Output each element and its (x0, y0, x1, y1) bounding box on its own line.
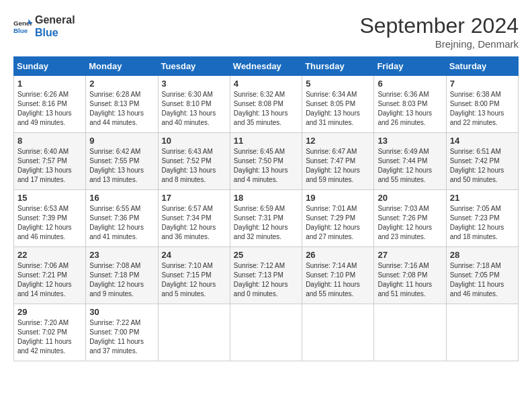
day-number: 28 (450, 250, 515, 260)
day-info: Sunrise: 7:03 AMSunset: 7:26 PMDaylight:… (378, 204, 442, 242)
calendar-cell: 19Sunrise: 7:01 AMSunset: 7:29 PMDayligh… (302, 190, 374, 247)
calendar-cell: 23Sunrise: 7:08 AMSunset: 7:18 PMDayligh… (86, 247, 158, 304)
calendar-cell: 13Sunrise: 6:49 AMSunset: 7:44 PMDayligh… (374, 133, 446, 190)
day-number: 10 (162, 136, 226, 146)
calendar-cell (374, 304, 446, 361)
day-info: Sunrise: 6:53 AMSunset: 7:39 PMDaylight:… (17, 204, 82, 242)
day-number: 20 (378, 193, 442, 203)
calendar-cell: 25Sunrise: 7:12 AMSunset: 7:13 PMDayligh… (230, 247, 302, 304)
day-number: 21 (450, 193, 515, 203)
day-number: 22 (17, 250, 82, 260)
calendar-cell: 14Sunrise: 6:51 AMSunset: 7:42 PMDayligh… (446, 133, 518, 190)
calendar-week-row: 1Sunrise: 6:26 AMSunset: 8:16 PMDaylight… (14, 76, 519, 133)
day-info: Sunrise: 7:06 AMSunset: 7:21 PMDaylight:… (17, 261, 82, 299)
day-number: 14 (450, 136, 515, 146)
calendar-cell: 28Sunrise: 7:18 AMSunset: 7:05 PMDayligh… (446, 247, 518, 304)
day-header-sunday: Sunday (14, 57, 86, 76)
day-number: 23 (89, 250, 154, 260)
calendar-week-row: 29Sunrise: 7:20 AMSunset: 7:02 PMDayligh… (14, 304, 519, 361)
day-number: 1 (17, 79, 82, 89)
calendar-cell: 17Sunrise: 6:57 AMSunset: 7:34 PMDayligh… (158, 190, 230, 247)
calendar-cell: 20Sunrise: 7:03 AMSunset: 7:26 PMDayligh… (374, 190, 446, 247)
calendar-cell: 6Sunrise: 6:36 AMSunset: 8:03 PMDaylight… (374, 76, 446, 133)
month-title: September 2024 (359, 13, 519, 38)
day-number: 19 (306, 193, 370, 203)
calendar-cell: 2Sunrise: 6:28 AMSunset: 8:13 PMDaylight… (86, 76, 158, 133)
logo-blue: Blue (35, 26, 75, 39)
day-number: 7 (450, 79, 515, 89)
page-header: General Blue General Blue September 2024… (13, 13, 519, 50)
day-info: Sunrise: 6:49 AMSunset: 7:44 PMDaylight:… (378, 147, 442, 185)
calendar-cell: 27Sunrise: 7:16 AMSunset: 7:08 PMDayligh… (374, 247, 446, 304)
day-header-saturday: Saturday (446, 57, 518, 76)
calendar-cell: 15Sunrise: 6:53 AMSunset: 7:39 PMDayligh… (14, 190, 86, 247)
calendar-week-row: 22Sunrise: 7:06 AMSunset: 7:21 PMDayligh… (14, 247, 519, 304)
day-info: Sunrise: 7:10 AMSunset: 7:15 PMDaylight:… (162, 261, 226, 299)
day-number: 27 (378, 250, 442, 260)
day-info: Sunrise: 6:36 AMSunset: 8:03 PMDaylight:… (378, 90, 442, 128)
day-number: 26 (306, 250, 370, 260)
day-number: 4 (234, 79, 298, 89)
day-info: Sunrise: 7:08 AMSunset: 7:18 PMDaylight:… (89, 261, 154, 299)
day-info: Sunrise: 6:26 AMSunset: 8:16 PMDaylight:… (17, 90, 82, 128)
calendar-cell (302, 304, 374, 361)
day-info: Sunrise: 6:43 AMSunset: 7:52 PMDaylight:… (162, 147, 226, 185)
day-info: Sunrise: 7:22 AMSunset: 7:00 PMDaylight:… (89, 318, 154, 356)
day-info: Sunrise: 7:12 AMSunset: 7:13 PMDaylight:… (234, 261, 298, 299)
svg-text:Blue: Blue (13, 27, 28, 34)
day-number: 11 (234, 136, 298, 146)
day-info: Sunrise: 6:40 AMSunset: 7:57 PMDaylight:… (17, 147, 82, 185)
calendar-cell: 9Sunrise: 6:42 AMSunset: 7:55 PMDaylight… (86, 133, 158, 190)
day-header-tuesday: Tuesday (158, 57, 230, 76)
calendar-cell: 21Sunrise: 7:05 AMSunset: 7:23 PMDayligh… (446, 190, 518, 247)
calendar-cell: 22Sunrise: 7:06 AMSunset: 7:21 PMDayligh… (14, 247, 86, 304)
calendar-cell: 3Sunrise: 6:30 AMSunset: 8:10 PMDaylight… (158, 76, 230, 133)
day-number: 15 (17, 193, 82, 203)
calendar-cell (230, 304, 302, 361)
day-info: Sunrise: 6:51 AMSunset: 7:42 PMDaylight:… (450, 147, 515, 185)
day-info: Sunrise: 6:55 AMSunset: 7:36 PMDaylight:… (89, 204, 154, 242)
calendar-header-row: SundayMondayTuesdayWednesdayThursdayFrid… (14, 57, 519, 76)
calendar-cell: 29Sunrise: 7:20 AMSunset: 7:02 PMDayligh… (14, 304, 86, 361)
day-number: 18 (234, 193, 298, 203)
day-number: 24 (162, 250, 226, 260)
logo: General Blue General Blue (13, 13, 75, 39)
calendar-cell: 11Sunrise: 6:45 AMSunset: 7:50 PMDayligh… (230, 133, 302, 190)
day-number: 3 (162, 79, 226, 89)
day-number: 30 (89, 307, 154, 317)
day-header-wednesday: Wednesday (230, 57, 302, 76)
calendar-cell: 1Sunrise: 6:26 AMSunset: 8:16 PMDaylight… (14, 76, 86, 133)
calendar-cell: 10Sunrise: 6:43 AMSunset: 7:52 PMDayligh… (158, 133, 230, 190)
day-number: 12 (306, 136, 370, 146)
day-number: 13 (378, 136, 442, 146)
calendar-cell: 7Sunrise: 6:38 AMSunset: 8:00 PMDaylight… (446, 76, 518, 133)
title-block: September 2024 Brejning, Denmark (359, 13, 519, 50)
day-info: Sunrise: 7:14 AMSunset: 7:10 PMDaylight:… (306, 261, 370, 299)
day-info: Sunrise: 7:18 AMSunset: 7:05 PMDaylight:… (450, 261, 515, 299)
day-info: Sunrise: 6:47 AMSunset: 7:47 PMDaylight:… (306, 147, 370, 185)
day-info: Sunrise: 7:05 AMSunset: 7:23 PMDaylight:… (450, 204, 515, 242)
day-info: Sunrise: 6:59 AMSunset: 7:31 PMDaylight:… (234, 204, 298, 242)
day-info: Sunrise: 7:16 AMSunset: 7:08 PMDaylight:… (378, 261, 442, 299)
day-info: Sunrise: 6:30 AMSunset: 8:10 PMDaylight:… (162, 90, 226, 128)
calendar-cell: 4Sunrise: 6:32 AMSunset: 8:08 PMDaylight… (230, 76, 302, 133)
logo-icon: General Blue (13, 17, 32, 36)
calendar-week-row: 8Sunrise: 6:40 AMSunset: 7:57 PMDaylight… (14, 133, 519, 190)
day-info: Sunrise: 7:01 AMSunset: 7:29 PMDaylight:… (306, 204, 370, 242)
calendar-cell: 12Sunrise: 6:47 AMSunset: 7:47 PMDayligh… (302, 133, 374, 190)
day-number: 5 (306, 79, 370, 89)
day-number: 8 (17, 136, 82, 146)
day-number: 25 (234, 250, 298, 260)
day-info: Sunrise: 6:28 AMSunset: 8:13 PMDaylight:… (89, 90, 154, 128)
location: Brejning, Denmark (359, 38, 519, 50)
calendar-cell: 16Sunrise: 6:55 AMSunset: 7:36 PMDayligh… (86, 190, 158, 247)
day-number: 29 (17, 307, 82, 317)
day-number: 17 (162, 193, 226, 203)
calendar-cell: 8Sunrise: 6:40 AMSunset: 7:57 PMDaylight… (14, 133, 86, 190)
day-header-monday: Monday (86, 57, 158, 76)
logo-general: General (35, 13, 75, 26)
day-number: 9 (89, 136, 154, 146)
calendar-cell: 30Sunrise: 7:22 AMSunset: 7:00 PMDayligh… (86, 304, 158, 361)
day-info: Sunrise: 6:57 AMSunset: 7:34 PMDaylight:… (162, 204, 226, 242)
calendar-table: SundayMondayTuesdayWednesdayThursdayFrid… (13, 56, 519, 361)
